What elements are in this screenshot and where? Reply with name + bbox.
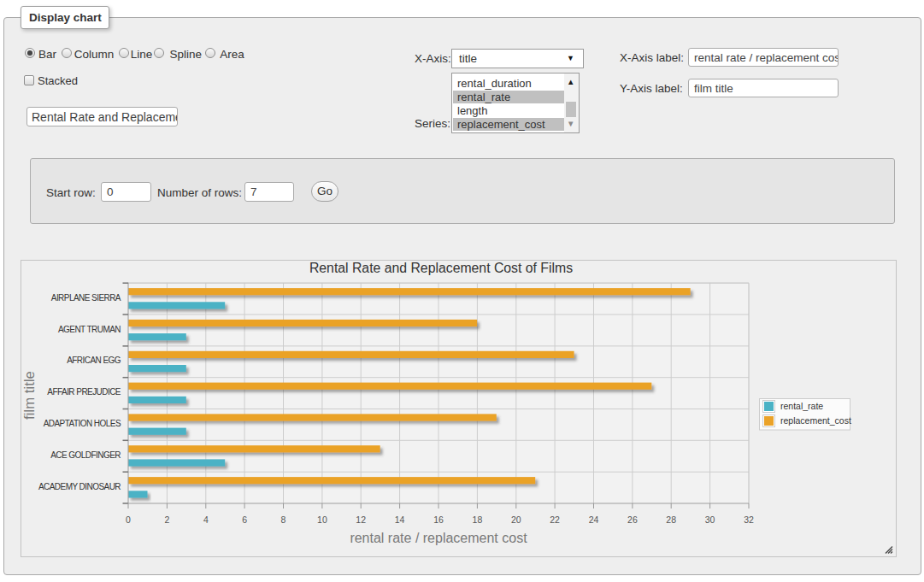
svg-text:14: 14 (395, 514, 405, 525)
svg-text:32: 32 (744, 514, 754, 525)
svg-text:replacement_cost: replacement_cost (780, 415, 851, 426)
svg-text:AGENT TRUMAN: AGENT TRUMAN (58, 325, 121, 334)
svg-text:AIRPLANE SIERRA: AIRPLANE SIERRA (51, 293, 121, 303)
svg-text:26: 26 (627, 514, 638, 525)
svg-text:18: 18 (473, 514, 483, 525)
svg-text:AFFAIR PREJUDICE: AFFAIR PREJUDICE (47, 387, 121, 397)
svg-text:16: 16 (433, 514, 444, 525)
svg-text:film title: film title (21, 371, 38, 420)
svg-text:28: 28 (666, 514, 676, 525)
svg-text:rental rate / replacement cost: rental rate / replacement cost (350, 531, 527, 545)
svg-text:2: 2 (164, 514, 169, 525)
svg-text:20: 20 (511, 514, 521, 525)
svg-text:22: 22 (550, 514, 560, 525)
svg-text:0: 0 (126, 514, 131, 525)
svg-text:24: 24 (589, 514, 599, 525)
svg-text:rental_rate: rental_rate (780, 401, 823, 411)
svg-text:6: 6 (242, 514, 247, 525)
svg-text:12: 12 (356, 514, 366, 525)
svg-text:4: 4 (203, 514, 209, 525)
svg-text:ACADEMY DINOSAUR: ACADEMY DINOSAUR (38, 482, 121, 491)
svg-text:AFRICAN EGG: AFRICAN EGG (67, 356, 121, 365)
svg-text:8: 8 (281, 514, 286, 525)
svg-text:Rental Rate and Replacement Co: Rental Rate and Replacement Cost of Film… (309, 261, 573, 275)
svg-text:10: 10 (317, 514, 327, 525)
svg-text:30: 30 (705, 514, 715, 525)
svg-text:ADAPTATION HOLES: ADAPTATION HOLES (44, 419, 121, 428)
svg-text:ACE GOLDFINGER: ACE GOLDFINGER (50, 450, 121, 460)
